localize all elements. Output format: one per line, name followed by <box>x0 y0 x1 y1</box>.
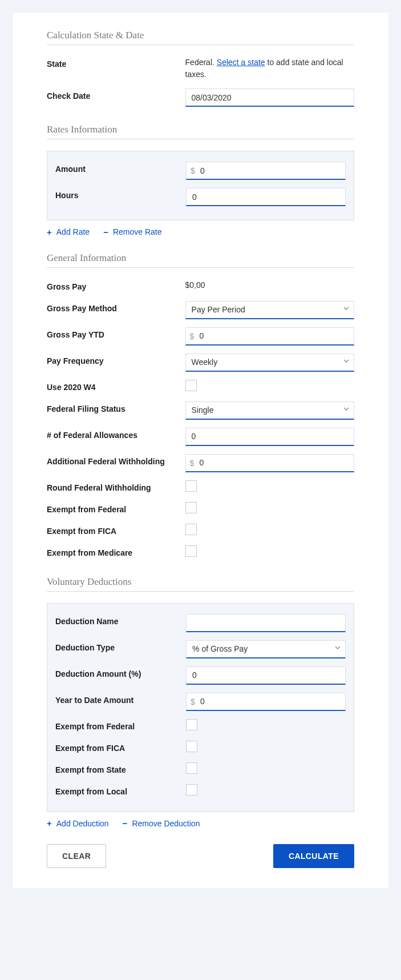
row-use-w4: Use 2020 W4 <box>47 380 354 393</box>
state-text-prefix: Federal. <box>185 58 217 67</box>
rates-box: Amount $ Hours <box>47 151 354 220</box>
row-hours: Hours <box>55 188 346 206</box>
row-gross-ytd: Gross Pay YTD $ <box>47 327 354 346</box>
remove-rate-button[interactable]: − Remove Rate <box>103 227 161 236</box>
pay-freq-label: Pay Frequency <box>47 354 185 367</box>
deduction-ytd-input[interactable] <box>186 693 346 711</box>
row-ded-exempt-local: Exempt from Local <box>55 784 346 798</box>
remove-deduction-label: Remove Deduction <box>132 819 200 828</box>
filing-status-value: Single <box>192 405 214 415</box>
row-deduction-type: Deduction Type % of Gross Pay <box>55 640 346 658</box>
deduction-ytd-label: Year to Date Amount <box>55 693 186 706</box>
gross-method-select[interactable]: Pay Per Period <box>185 301 354 319</box>
deduction-type-label: Deduction Type <box>55 640 186 654</box>
deduction-amount-label: Deduction Amount (%) <box>55 666 186 680</box>
pay-freq-select[interactable]: Weekly <box>185 354 354 372</box>
deduction-type-select[interactable]: % of Gross Pay <box>186 640 346 658</box>
ded-exempt-fica-label: Exempt from FICA <box>55 741 186 754</box>
select-state-link[interactable]: Select a state <box>217 58 265 67</box>
amount-input[interactable] <box>186 162 346 180</box>
gross-method-label: Gross Pay Method <box>47 301 185 315</box>
addl-withholding-input[interactable] <box>185 454 354 472</box>
use-w4-label: Use 2020 W4 <box>47 380 185 393</box>
exempt-medicare-checkbox[interactable] <box>185 545 197 557</box>
minus-icon: − <box>103 228 108 236</box>
hours-label: Hours <box>55 188 186 202</box>
row-deduction-ytd: Year to Date Amount $ <box>55 693 346 711</box>
section-title-rates: Rates Information <box>47 124 354 139</box>
row-ded-exempt-state: Exempt from State <box>55 762 346 776</box>
dollar-icon: $ <box>190 459 195 468</box>
section-title-calc-state: Calculation State & Date <box>47 30 354 45</box>
check-date-input[interactable] <box>185 89 354 107</box>
calculate-button[interactable]: CALCULATE <box>273 844 354 868</box>
deduction-type-value: % of Gross Pay <box>192 644 248 653</box>
add-deduction-label: Add Deduction <box>56 819 109 828</box>
row-gross-pay: Gross Pay $0,00 <box>47 279 354 293</box>
gross-ytd-label: Gross Pay YTD <box>47 327 185 341</box>
section-calc-state-date: Calculation State & Date State Federal. … <box>47 30 354 107</box>
row-filing-status: Federal Filing Status Single <box>47 401 354 420</box>
rates-actions: + Add Rate − Remove Rate <box>47 227 354 236</box>
section-rates: Rates Information Amount $ Hours + Add R… <box>47 124 354 236</box>
deduction-name-input[interactable] <box>186 614 346 632</box>
filing-status-select[interactable]: Single <box>185 401 354 420</box>
exempt-medicare-label: Exempt from Medicare <box>47 545 185 559</box>
section-title-deductions: Voluntary Deductions <box>47 576 354 592</box>
gross-pay-label: Gross Pay <box>47 279 185 293</box>
ded-exempt-local-checkbox[interactable] <box>186 784 197 796</box>
addl-withholding-label: Additional Federal Withholding <box>47 454 185 468</box>
section-deductions: Voluntary Deductions Deduction Name Dedu… <box>47 576 354 828</box>
dollar-icon: $ <box>190 332 195 341</box>
clear-button[interactable]: CLEAR <box>47 844 106 868</box>
row-ded-exempt-federal: Exempt from Federal <box>55 719 346 733</box>
gross-method-value: Pay Per Period <box>192 305 245 314</box>
gross-ytd-input[interactable] <box>185 327 354 346</box>
round-withholding-checkbox[interactable] <box>185 480 197 492</box>
add-deduction-button[interactable]: + Add Deduction <box>47 819 109 828</box>
row-deduction-name: Deduction Name <box>55 614 346 632</box>
row-exempt-federal: Exempt from Federal <box>47 502 354 516</box>
footer-buttons: CLEAR CALCULATE <box>47 844 354 868</box>
use-w4-checkbox[interactable] <box>185 380 197 391</box>
row-addl-withholding: Additional Federal Withholding $ <box>47 454 354 472</box>
check-date-label: Check Date <box>47 89 185 102</box>
row-round-withholding: Round Federal Withholding <box>47 480 354 494</box>
ded-exempt-fica-checkbox[interactable] <box>186 741 197 752</box>
deduction-name-label: Deduction Name <box>55 614 186 628</box>
chevron-down-icon <box>335 646 341 652</box>
chevron-down-icon <box>343 307 349 312</box>
row-ded-exempt-fica: Exempt from FICA <box>55 741 346 754</box>
exempt-fica-checkbox[interactable] <box>185 524 197 535</box>
exempt-federal-checkbox[interactable] <box>185 502 197 513</box>
row-pay-freq: Pay Frequency Weekly <box>47 354 354 372</box>
allowances-label: # of Federal Allowances <box>47 428 185 441</box>
chevron-down-icon <box>343 407 349 413</box>
hours-input[interactable] <box>186 188 346 206</box>
row-exempt-medicare: Exempt from Medicare <box>47 545 354 559</box>
plus-icon: + <box>47 228 52 236</box>
dollar-icon: $ <box>191 697 195 706</box>
add-rate-button[interactable]: + Add Rate <box>47 227 90 236</box>
chevron-down-icon <box>343 359 349 365</box>
row-gross-method: Gross Pay Method Pay Per Period <box>47 301 354 319</box>
exempt-federal-label: Exempt from Federal <box>47 502 185 516</box>
gross-pay-value: $0,00 <box>185 279 354 291</box>
filing-status-label: Federal Filing Status <box>47 401 185 415</box>
allowances-input[interactable] <box>185 428 354 446</box>
row-amount: Amount $ <box>55 162 346 180</box>
ded-exempt-local-label: Exempt from Local <box>55 784 186 798</box>
deduction-amount-input[interactable] <box>186 666 346 685</box>
ded-exempt-state-label: Exempt from State <box>55 762 186 776</box>
ded-exempt-federal-checkbox[interactable] <box>186 719 197 730</box>
amount-label: Amount <box>55 162 186 175</box>
ded-exempt-state-checkbox[interactable] <box>186 762 197 774</box>
section-general: General Information Gross Pay $0,00 Gros… <box>47 252 354 559</box>
row-check-date: Check Date <box>47 89 354 107</box>
section-title-general: General Information <box>47 252 354 268</box>
row-deduction-amount: Deduction Amount (%) <box>55 666 346 685</box>
ded-exempt-federal-label: Exempt from Federal <box>55 719 186 733</box>
remove-deduction-button[interactable]: − Remove Deduction <box>123 819 200 828</box>
remove-rate-label: Remove Rate <box>113 227 162 236</box>
add-rate-label: Add Rate <box>56 227 90 236</box>
